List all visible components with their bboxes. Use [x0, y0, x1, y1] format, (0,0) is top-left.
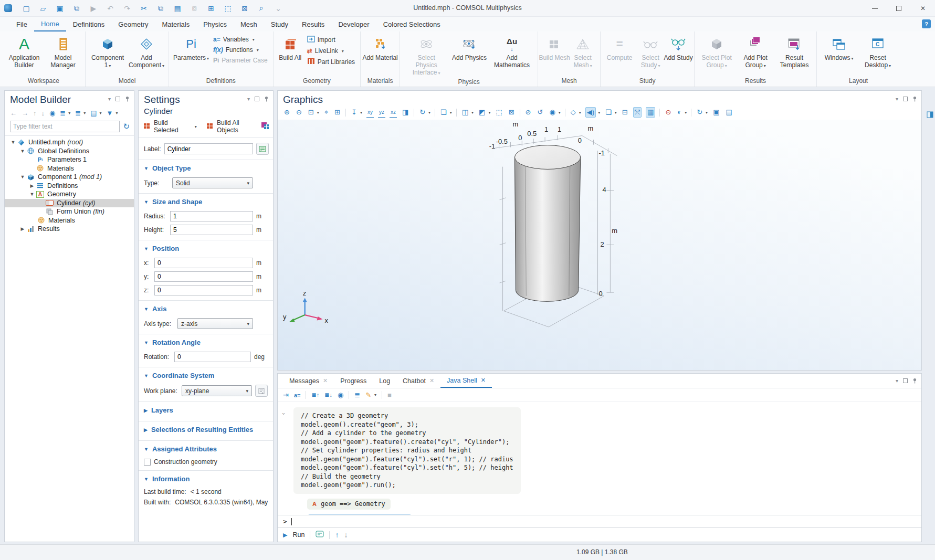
tree-item-form-union[interactable]: Form Union (fin): [5, 207, 134, 216]
chevron-expanded-icon[interactable]: ▼: [18, 174, 27, 179]
delete-icon[interactable]: ⊞: [206, 4, 216, 13]
camera-view-icon[interactable]: ◨: [401, 108, 409, 117]
section-header-size-shape[interactable]: ▼ Size and Shape: [144, 197, 268, 208]
select-study-button[interactable]: Select Study▾: [636, 34, 665, 70]
menu-results[interactable]: Results: [295, 17, 331, 31]
chevron-down-icon[interactable]: ▾: [374, 393, 376, 397]
rotate-icon[interactable]: ↻: [418, 108, 426, 117]
show-output-icon[interactable]: ◉: [338, 391, 343, 399]
auto-complete-icon[interactable]: a=: [294, 392, 301, 398]
forward-icon[interactable]: →: [22, 109, 28, 117]
chevron-collapsed-icon[interactable]: ▶: [18, 226, 27, 231]
chevron-down-icon[interactable]: ▾: [115, 111, 118, 115]
zoom-selected-icon[interactable]: ⌖: [323, 108, 329, 117]
transparency-icon[interactable]: ❏: [604, 108, 613, 117]
close-tab-icon[interactable]: ✕: [429, 377, 434, 384]
fold-chevron-icon[interactable]: ⌄: [282, 409, 285, 415]
select-box-icon[interactable]: ⬚: [495, 108, 503, 117]
scene-light-icon[interactable]: ◫: [461, 108, 469, 117]
section-header-rotation[interactable]: ▼ Rotation Angle: [144, 337, 268, 348]
show-icon[interactable]: ◉: [49, 109, 55, 117]
parameters-button[interactable]: Pi Parameters▾: [172, 34, 210, 62]
parameter-case-button[interactable]: Pi Parameter Case: [213, 57, 268, 64]
tree-item-global-definitions[interactable]: ▼ Global Definitions: [5, 147, 134, 156]
add-component-button[interactable]: Add Component▾: [128, 34, 165, 70]
deselect-box-icon[interactable]: ⊠: [508, 108, 516, 117]
section-header-object-type[interactable]: ▼ Object Type: [144, 163, 268, 174]
move-down-icon[interactable]: ↓: [41, 109, 45, 117]
panel-menu-icon[interactable]: ▾: [896, 378, 898, 384]
add-mathematics-button[interactable]: Δu ↓ Add Mathematics: [489, 34, 534, 69]
rotation-input[interactable]: [174, 352, 251, 362]
functions-button[interactable]: f(x) Functions ▾: [213, 46, 268, 54]
add-study-button[interactable]: Add Study: [666, 34, 691, 61]
windows-button[interactable]: Windows▾: [820, 34, 858, 62]
chevron-down-icon[interactable]: ▾: [579, 110, 581, 115]
select-plot-group-button[interactable]: Select Plot Group▾: [698, 34, 736, 70]
add-plot-group-button[interactable]: Add Plot Group▾: [737, 34, 774, 70]
z-input[interactable]: [154, 285, 253, 295]
chevron-collapsed-icon[interactable]: ▶: [28, 183, 36, 188]
compute-button[interactable]: = Compute: [604, 34, 635, 61]
radius-input[interactable]: [170, 211, 253, 221]
hide-icon[interactable]: ⊘: [524, 108, 532, 117]
select-mesh-button[interactable]: Select Mesh▾: [569, 34, 597, 70]
duplicate-icon[interactable]: ⧈: [190, 4, 199, 13]
menu-colored-selections[interactable]: Colored Selections: [376, 17, 447, 31]
chevron-expanded-icon[interactable]: ▼: [28, 192, 36, 197]
open-file-icon[interactable]: ▱: [38, 4, 48, 13]
decrease-indent-icon[interactable]: ≣↓: [324, 392, 332, 398]
add-physics-button[interactable]: Add Physics: [450, 34, 488, 61]
chevron-expanded-icon[interactable]: ▼: [9, 140, 17, 145]
y-input[interactable]: [154, 271, 253, 282]
show-axis-icon[interactable]: ⤱: [633, 107, 642, 118]
go-to-view-icon[interactable]: ↧: [350, 108, 358, 117]
tree-item-root[interactable]: ▼ Untitled.mph (root): [5, 138, 134, 147]
tab-messages[interactable]: Messages ✕: [283, 374, 334, 388]
shell-prompt-row[interactable]: >: [278, 515, 921, 527]
tab-log[interactable]: Log: [373, 374, 396, 388]
sound-icon[interactable]: ◀): [585, 107, 596, 118]
tree-item-materials-global[interactable]: Materials: [5, 164, 134, 173]
section-header-assigned-attributes[interactable]: ▼ Assigned Attributes: [144, 444, 268, 455]
run-button[interactable]: Run: [292, 531, 304, 538]
comsol-logo-icon[interactable]: [4, 4, 12, 12]
chevron-down-icon[interactable]: ▾: [195, 124, 197, 129]
tree-item-definitions[interactable]: ▶ Definitions: [5, 182, 134, 191]
preview-icon[interactable]: ⌕: [257, 4, 266, 13]
chevron-down-icon[interactable]: ▾: [615, 110, 617, 115]
zoom-in-icon[interactable]: ⊕: [283, 108, 291, 117]
pin-icon[interactable]: [264, 96, 269, 102]
float-panel-icon[interactable]: [903, 378, 908, 383]
chevron-down-icon[interactable]: ▾: [360, 110, 362, 115]
undo-icon[interactable]: ↶: [106, 4, 115, 13]
close-tab-icon[interactable]: ✕: [481, 377, 486, 384]
x-input[interactable]: [154, 258, 253, 268]
application-builder-button[interactable]: A Application Builder: [5, 34, 43, 69]
customize-toolbar-icon[interactable]: ⌄: [274, 4, 283, 13]
chevron-down-icon[interactable]: ▾: [428, 110, 430, 115]
run-icon[interactable]: ▶: [89, 4, 98, 13]
java-shell-body[interactable]: ⌄ // Create a 3D geometry model.geom().c…: [278, 402, 921, 515]
filter-icon[interactable]: ▼: [107, 109, 113, 117]
chevron-down-icon[interactable]: ▾: [559, 110, 561, 115]
command-window-icon[interactable]: [316, 531, 324, 539]
pin-icon[interactable]: [912, 378, 917, 384]
save-as-icon[interactable]: ⧉: [72, 4, 81, 13]
update-icon[interactable]: ↻: [696, 108, 703, 117]
variables-button[interactable]: a= Variables ▾: [213, 36, 268, 43]
chevron-down-icon[interactable]: ▾: [450, 110, 452, 115]
redo-icon[interactable]: ↷: [122, 4, 132, 13]
chevron-down-icon[interactable]: ▾: [685, 110, 687, 115]
part-libraries-button[interactable]: Part Libraries: [307, 58, 355, 66]
move-up-icon[interactable]: ↑: [33, 109, 37, 117]
section-header-selections[interactable]: ▶ Selections of Resulting Entities: [144, 425, 268, 436]
zoom-extents-icon[interactable]: ⊞: [333, 108, 341, 117]
selection-color-icon[interactable]: ⊝: [664, 108, 672, 117]
zoom-box-icon[interactable]: ⊡: [307, 108, 315, 117]
scroll-lock-icon[interactable]: ⇥: [283, 391, 289, 399]
tree-item-component-1[interactable]: ▼ Component 1 (mod 1): [5, 173, 134, 182]
height-input[interactable]: [170, 225, 253, 235]
chevron-down-icon[interactable]: ▾: [317, 110, 319, 115]
print-icon[interactable]: ▤: [724, 108, 733, 117]
